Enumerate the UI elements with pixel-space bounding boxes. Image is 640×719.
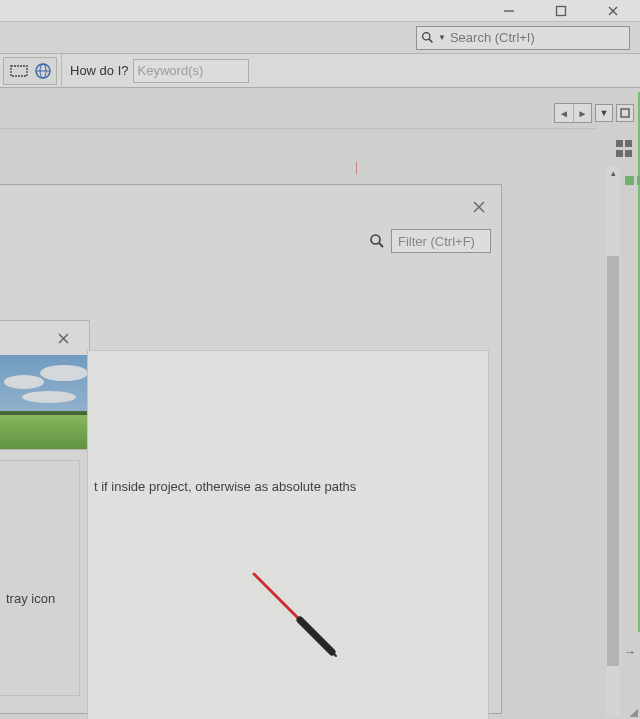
view-nav-buttons: ◄ ► ▼: [0, 100, 636, 126]
svg-rect-10: [621, 109, 629, 117]
nav-back-button[interactable]: ◄: [555, 104, 573, 122]
details-pane: t if inside project, otherwise as absolu…: [87, 350, 489, 719]
panel-close-button[interactable]: [471, 199, 487, 215]
nav-dropdown-button[interactable]: ▼: [595, 104, 613, 122]
tray-box: tray icon: [0, 460, 80, 696]
resize-grip[interactable]: [626, 705, 640, 719]
path-description-text: t if inside project, otherwise as absolu…: [94, 479, 356, 494]
how-do-i-input[interactable]: [133, 59, 249, 83]
maximize-button[interactable]: [546, 2, 576, 20]
svg-point-13: [371, 235, 380, 244]
scroll-up-button[interactable]: ▴: [606, 166, 620, 180]
svg-rect-1: [557, 6, 566, 15]
global-search-box[interactable]: ▼: [416, 26, 630, 50]
filter-search-icon: [369, 233, 385, 249]
grid-view-icon[interactable]: [616, 140, 634, 158]
tray-icon-label: tray icon: [6, 591, 55, 606]
svg-line-14: [379, 243, 383, 247]
filter-input[interactable]: [391, 229, 491, 253]
expand-arrow-icon[interactable]: →: [624, 645, 636, 659]
vertical-scrollbar[interactable]: ▴: [606, 166, 620, 716]
svg-line-5: [429, 39, 432, 42]
how-do-i-label: How do I?: [70, 63, 129, 78]
close-button[interactable]: [598, 2, 628, 20]
thumbnail-panel: [0, 320, 90, 450]
svg-rect-6: [11, 66, 27, 76]
scroll-thumb[interactable]: [607, 256, 619, 666]
chip-icon[interactable]: [8, 63, 30, 79]
minimize-button[interactable]: [494, 2, 524, 20]
search-toolbar: ▼: [0, 22, 640, 54]
toolbar-icon-group: [3, 57, 57, 85]
globe-icon[interactable]: [34, 62, 52, 80]
nav-maximize-button[interactable]: [616, 104, 634, 122]
thumbnail-close-button[interactable]: [58, 331, 69, 347]
search-icon: [421, 31, 434, 44]
window-titlebar: [0, 0, 640, 22]
status-indicator: [625, 176, 634, 185]
separator: [61, 54, 62, 88]
help-toolbar: How do I?: [0, 54, 640, 88]
nav-forward-button[interactable]: ►: [573, 104, 591, 122]
svg-point-4: [423, 33, 430, 40]
global-search-input[interactable]: [450, 30, 625, 45]
chevron-down-icon[interactable]: ▼: [438, 33, 446, 42]
nav-back-forward: ◄ ►: [554, 103, 592, 123]
landscape-thumbnail[interactable]: [0, 355, 88, 449]
